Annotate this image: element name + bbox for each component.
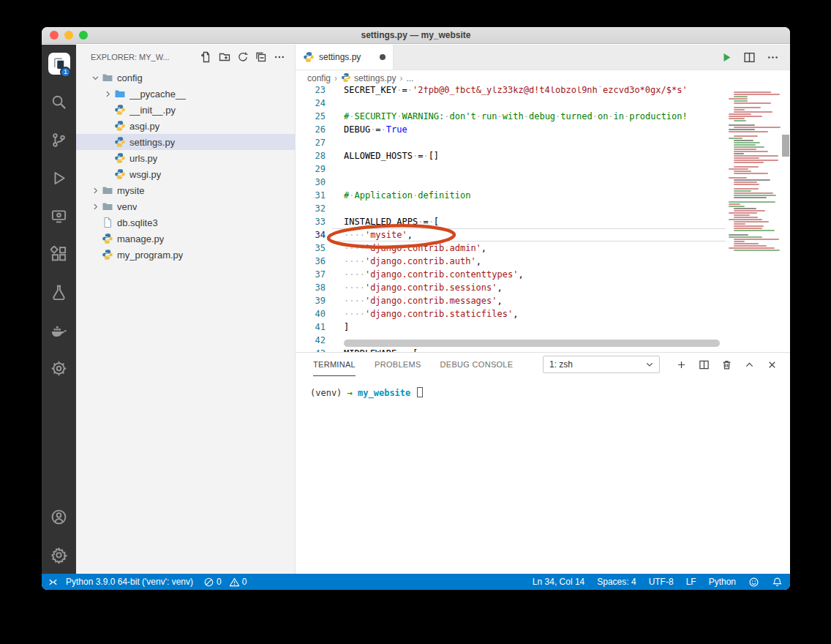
split-editor-button[interactable] — [743, 51, 756, 64]
minimap-line — [729, 131, 768, 132]
line-number: 23 — [296, 86, 332, 97]
tree-item-db.sqlite3[interactable]: db.sqlite3 — [76, 214, 295, 231]
code-line-34[interactable]: 34····'mysite', — [296, 228, 726, 242]
code-editor[interactable]: 23SECRET_KEY·=·'2fpb@0_fbct&_ylz33kz@d!t… — [296, 86, 790, 352]
code-line-38[interactable]: 38····'django.contrib.sessions', — [296, 281, 726, 294]
code-line-28[interactable]: 28ALLOWED_HOSTS·=·[] — [296, 149, 726, 162]
breadcrumb-separator: › — [334, 73, 337, 83]
more-button[interactable] — [767, 51, 779, 64]
activity-remote-explorer-icon[interactable] — [42, 197, 76, 235]
activity-search-icon[interactable] — [42, 83, 76, 121]
file-tree: config__pycache____init__.pyasgi.pysetti… — [76, 70, 295, 263]
code-line-27[interactable]: 27 — [296, 136, 726, 149]
tree-item-wsgi.py[interactable]: wsgi.py — [76, 166, 295, 182]
code-line-40[interactable]: 40····'django.contrib.staticfiles', — [296, 307, 726, 321]
more-button[interactable] — [271, 49, 287, 65]
activity-account-icon[interactable] — [42, 498, 76, 536]
tree-item-__pycache__[interactable]: __pycache__ — [76, 86, 295, 102]
breadcrumb-item-settings.py[interactable]: settings.py — [341, 72, 396, 85]
code-line-36[interactable]: 36····'django.contrib.auth', — [296, 255, 726, 268]
code-line-23[interactable]: 23SECRET_KEY·=·'2fpb@0_fbct&_ylz33kz@d!t… — [296, 86, 726, 97]
activity-explorer-icon[interactable]: 1 — [42, 45, 76, 83]
code-line-25[interactable]: 25#·SECURITY·WARNING:·don't·run·with·deb… — [296, 110, 726, 123]
tree-item-__init__.py[interactable]: __init__.py — [76, 102, 295, 118]
bell-icon[interactable] — [772, 577, 783, 588]
code-line-29[interactable]: 29 — [296, 162, 726, 176]
line-number: 33 — [296, 215, 332, 228]
new-folder-button[interactable] — [217, 49, 233, 65]
tree-item-my_program.py[interactable]: my_program.py — [76, 247, 295, 263]
breadcrumb-item-...[interactable]: ... — [406, 73, 413, 83]
code-line-24[interactable]: 24 — [296, 97, 726, 110]
refresh-button[interactable] — [235, 49, 251, 65]
tree-item-mysite[interactable]: mysite — [76, 182, 295, 198]
tree-item-asgi.py[interactable]: asgi.py — [76, 118, 295, 134]
terminal-shell-select[interactable]: 1: zsh — [543, 356, 660, 373]
code-line-43[interactable]: 43MIDDLEWARE·=·[ — [296, 347, 726, 352]
minimap-line — [729, 219, 762, 220]
minimize-window-button[interactable] — [64, 31, 73, 40]
panel-tab-problems[interactable]: PROBLEMS — [375, 353, 421, 376]
new-file-button[interactable] — [198, 49, 214, 65]
activity-testing-icon[interactable] — [42, 273, 76, 311]
tree-item-config[interactable]: config — [76, 70, 295, 86]
problems-status[interactable]: 0 0 — [203, 577, 251, 587]
terminal[interactable]: (venv) → my_website — [296, 376, 790, 398]
minimap[interactable] — [726, 86, 781, 352]
tree-item-venv[interactable]: venv — [76, 198, 295, 214]
status-item-ln-34-col-14[interactable]: Ln 34, Col 14 — [533, 577, 584, 587]
code-line-30[interactable]: 30 — [296, 176, 726, 189]
run-button[interactable] — [720, 51, 732, 64]
tree-item-settings.py[interactable]: settings.py — [76, 134, 295, 150]
activity-source-control-icon[interactable] — [42, 121, 76, 159]
tab-settings-py[interactable]: settings.py — [296, 45, 394, 70]
kill-terminal-button[interactable] — [718, 356, 734, 372]
remote-indicator-icon[interactable] — [48, 577, 59, 588]
minimap-line — [734, 151, 768, 152]
code-line-33[interactable]: 33INSTALLED_APPS·=·[ — [296, 215, 726, 228]
split-terminal-button[interactable] — [696, 356, 712, 372]
vertical-scrollbar-thumb[interactable] — [782, 135, 789, 157]
close-window-button[interactable] — [50, 31, 59, 40]
python-interpreter-status[interactable]: Python 3.9.0 64-bit ('venv': venv) — [66, 577, 193, 587]
code-line-31[interactable]: 31#·Application·definition — [296, 189, 726, 202]
status-item-spaces-4[interactable]: Spaces: 4 — [597, 577, 636, 587]
activity-run-debug-icon[interactable] — [42, 159, 76, 197]
tree-item-urls.py[interactable]: urls.py — [76, 150, 295, 166]
zoom-window-button[interactable] — [79, 31, 88, 40]
code-line-26[interactable]: 26DEBUG·=·True — [296, 123, 726, 136]
vertical-scrollbar[interactable] — [781, 86, 790, 352]
feedback-icon[interactable] — [748, 577, 759, 588]
collapse-all-button[interactable] — [253, 49, 269, 65]
warning-count: 0 — [242, 577, 247, 587]
status-item-lf[interactable]: LF — [686, 577, 696, 587]
panel-tab-terminal[interactable]: TERMINAL — [313, 353, 356, 376]
activity-settings-icon[interactable] — [42, 536, 76, 574]
horizontal-scrollbar-thumb[interactable] — [344, 340, 720, 347]
code-line-39[interactable]: 39····'django.contrib.messages', — [296, 294, 726, 307]
code-line-41[interactable]: 41] — [296, 321, 726, 334]
minimap-line — [734, 250, 780, 251]
activity-gear-extension-icon[interactable] — [42, 349, 76, 387]
status-item-python[interactable]: Python — [709, 577, 736, 587]
activity-extensions-icon[interactable] — [42, 235, 76, 273]
tree-item-manage.py[interactable]: manage.py — [76, 231, 295, 247]
minimap-line — [734, 245, 767, 247]
minimap-line — [734, 96, 748, 97]
panel-tab-debug-console[interactable]: DEBUG CONSOLE — [440, 353, 514, 376]
warnings-icon — [229, 577, 239, 587]
code-line-32[interactable]: 32 — [296, 202, 726, 215]
modified-dot-icon[interactable] — [380, 54, 386, 60]
activity-docker-icon[interactable] — [42, 311, 76, 349]
new-terminal-button[interactable] — [673, 356, 689, 372]
breadcrumb-item-config[interactable]: config — [307, 73, 331, 83]
file-icon — [102, 217, 113, 228]
status-item-utf-8[interactable]: UTF-8 — [649, 577, 674, 587]
code-line-35[interactable]: 35····'django.contrib.admin', — [296, 242, 726, 255]
close-panel-button[interactable] — [764, 356, 780, 372]
line-content — [332, 97, 726, 110]
breadcrumb-label: config — [307, 73, 331, 83]
code-line-37[interactable]: 37····'django.contrib.contenttypes', — [296, 268, 726, 281]
maximize-panel-button[interactable] — [741, 356, 757, 372]
warning-icon-slot — [229, 577, 240, 587]
